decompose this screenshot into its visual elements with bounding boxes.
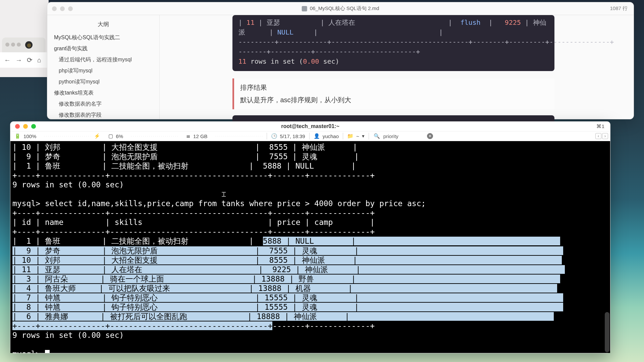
terminal-traffic-lights[interactable] (15, 124, 36, 129)
status-user: 👤yuchao (310, 131, 343, 141)
terminal-body[interactable]: | 10 | 刘邦 | 大招全图支援 | 8555 | 神仙派 | | 9 | … (10, 141, 610, 353)
browser-window-edge: ◎ ← → ⟳ ⌂ (0, 0, 49, 77)
search-next-icon[interactable]: › (602, 133, 608, 139)
memory-icon: ≣ (186, 133, 191, 139)
outline-item[interactable]: grant语句实践 (47, 43, 159, 54)
document-icon (302, 6, 307, 11)
outline-item[interactable]: MySQL核心SQL语句实践二 (47, 32, 159, 43)
note-box: 排序结果 默认是升序，asc排序规则，从小到大 (232, 78, 554, 109)
status-spark2 (127, 131, 182, 141)
markdown-window: 06_MySQL核心 SQL语句 2.md 1087 行 大纲 MySQL核心S… (47, 2, 634, 119)
outline-item[interactable]: 修改数据表的字段 (47, 110, 159, 121)
outline-item[interactable]: python读写mysql (47, 76, 159, 87)
status-folder[interactable]: 📁~▾ (343, 131, 369, 141)
status-cpu: ▢6% (104, 131, 127, 141)
md-filename: 06_MySQL核心 SQL语句 2.md (302, 5, 379, 12)
terminal-titlebar[interactable]: root@tech_master01:~ ⌘1 (10, 122, 610, 131)
zoom-icon[interactable] (31, 124, 36, 129)
cpu-icon: ▢ (108, 133, 113, 139)
clock-icon: 🕒 (271, 133, 277, 139)
close-icon[interactable] (15, 124, 20, 129)
md-traffic-lights[interactable] (52, 6, 73, 11)
status-spark3 (212, 131, 267, 141)
outline-list: MySQL核心SQL语句实践二grant语句实践通过后端代码，远程连接mysql… (47, 32, 159, 132)
battery-icon: 🔋 (14, 133, 21, 139)
note-body: 默认是升序，asc排序规则，从小到大 (240, 96, 548, 105)
terminal-tab-indicator[interactable]: ⌘1 (596, 123, 605, 129)
scrollbar-thumb[interactable] (605, 312, 609, 352)
sql-output-codeblock[interactable]: | 11 | 亚瑟 | 人在塔在 | flush | 9225 | 神仙 派 |… (232, 15, 554, 71)
status-battery: 🔋100% (10, 131, 40, 141)
chevron-down-icon: ▾ (362, 133, 365, 139)
home-icon[interactable]: ⌂ (37, 56, 41, 64)
terminal-statusbar: 🔋100% ⚡ ▢6% ≣12 GB 🕒5/17, 18:39 👤yuchao … (10, 131, 610, 141)
terminal-output[interactable]: | 10 | 刘邦 | 大招全图支援 | 8555 | 神仙派 | | 9 | … (12, 142, 608, 353)
minimize-icon[interactable] (23, 124, 28, 129)
status-search[interactable]: 🔍 ✕ (369, 133, 593, 139)
forward-icon[interactable]: → (15, 56, 22, 64)
clear-icon[interactable]: ✕ (427, 133, 433, 139)
tab-favicon-icon: ◎ (25, 41, 33, 49)
search-prev-icon[interactable]: ‹ (595, 133, 601, 139)
browser-tab[interactable]: ◎ (2, 38, 46, 52)
note-title: 排序结果 (240, 83, 548, 92)
search-input[interactable] (383, 133, 424, 139)
md-line-count: 1087 行 (610, 5, 628, 12)
scrollbar[interactable] (605, 141, 609, 353)
bolt-icon: ⚡ (94, 133, 100, 139)
status-memory: ≣12 GB (182, 131, 212, 141)
terminal-title: root@tech_master01:~ (281, 123, 339, 129)
md-filename-text: 06_MySQL核心 SQL语句 2.md (310, 5, 379, 12)
terminal-window: root@tech_master01:~ ⌘1 🔋100% ⚡ ▢6% ≣12 … (10, 121, 610, 353)
outline-title: 大纲 (47, 18, 159, 32)
status-clock: 🕒5/17, 18:39 (267, 131, 309, 141)
md-titlebar[interactable]: 06_MySQL核心 SQL语句 2.md 1087 行 (47, 2, 634, 15)
back-icon[interactable]: ← (4, 56, 11, 64)
md-content-panel[interactable]: | 11 | 亚瑟 | 人在塔在 | flush | 9225 | 神仙 派 |… (160, 15, 634, 119)
outline-item[interactable]: 通过后端代码，远程连接mysql (47, 54, 159, 65)
outline-item[interactable]: 修改数据表的名字 (47, 99, 159, 110)
reload-icon[interactable]: ⟳ (27, 56, 33, 64)
search-nav: ‹ › (593, 133, 610, 139)
user-icon: 👤 (314, 133, 320, 139)
md-outline-panel: 大纲 MySQL核心SQL语句实践二grant语句实践通过后端代码，远程连接my… (47, 15, 160, 119)
outline-item[interactable]: 修改tanks坦克表 (47, 87, 159, 99)
status-spark1: ⚡ (40, 131, 104, 141)
tab-traffic-lights (5, 42, 22, 48)
search-icon: 🔍 (374, 133, 380, 139)
folder-icon: 📁 (347, 133, 354, 139)
browser-nav-bar: ← → ⟳ ⌂ (0, 52, 49, 68)
outline-item[interactable]: php读写mysql (47, 65, 159, 76)
